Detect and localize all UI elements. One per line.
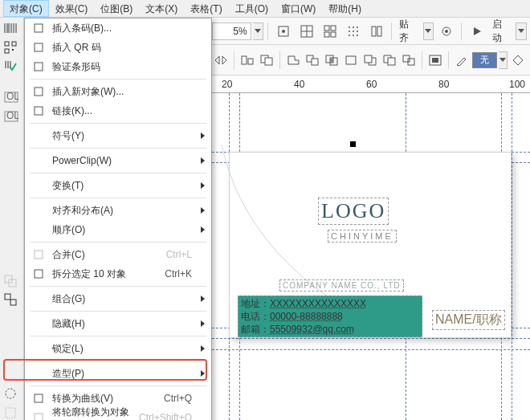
menu-item[interactable]: 插入 QR 码 (25, 38, 211, 57)
menu-item[interactable]: 符号(Y) (25, 126, 211, 145)
snap-icon[interactable] (272, 20, 294, 43)
submenu-arrow-icon (201, 207, 205, 214)
menu-item[interactable]: 对齐和分布(A) (25, 201, 211, 220)
grid2-icon[interactable] (319, 20, 340, 43)
front-minus-icon[interactable] (361, 49, 379, 71)
svg-rect-64 (35, 88, 43, 96)
intersect-icon[interactable] (323, 49, 340, 71)
menu-item[interactable]: PowerClip(W) (25, 151, 211, 170)
menu-item: 合并(C)Ctrl+L (25, 245, 211, 264)
break-icon (30, 267, 47, 281)
svg-point-24 (282, 30, 285, 33)
menu-tools[interactable]: 工具(O) (229, 0, 275, 17)
outline-dropdown[interactable] (499, 51, 508, 69)
check-icon[interactable] (4, 60, 20, 74)
svg-rect-22 (6, 408, 15, 418)
guide-v[interactable] (512, 93, 512, 420)
menu-bitmap[interactable]: 位图(B) (94, 0, 139, 17)
menu-window[interactable]: 窗口(W) (275, 0, 322, 17)
blank-icon (30, 178, 47, 193)
qr-icon[interactable] (4, 41, 20, 55)
trim-icon[interactable] (304, 49, 321, 71)
qr-icon (30, 40, 47, 55)
gear-icon[interactable] (435, 20, 457, 43)
svg-point-37 (357, 31, 358, 32)
svg-rect-53 (330, 58, 333, 63)
menu-item[interactable]: 拆分选定 10 对象Ctrl+K (25, 264, 211, 283)
fill-icon[interactable] (509, 49, 527, 71)
grid3-icon[interactable] (342, 20, 364, 43)
menu-help[interactable]: 帮助(H) (322, 0, 368, 17)
svg-rect-56 (388, 58, 395, 65)
order-icon[interactable] (258, 49, 275, 71)
menu-item: 将轮廓转换为对象(E)Ctrl+Shift+Q (25, 408, 211, 420)
start-dropdown[interactable] (516, 22, 527, 40)
svg-rect-31 (331, 32, 336, 37)
submenu-arrow-icon (201, 345, 205, 352)
barcode-check-icon (30, 59, 47, 74)
shortcut: Ctrl+Q (164, 393, 192, 404)
grid1-icon[interactable] (296, 20, 317, 43)
clip-icon[interactable] (426, 49, 444, 71)
ole2-icon[interactable]: OLE (4, 111, 20, 124)
menu-item[interactable]: 插入新对象(W)... (25, 82, 211, 101)
svg-point-34 (357, 27, 358, 28)
guide-h[interactable] (212, 338, 530, 339)
zoom-input[interactable]: 5% (212, 22, 251, 40)
simplify-icon[interactable] (342, 49, 360, 71)
combine-icon[interactable] (4, 275, 20, 288)
name-title[interactable]: NAME/职称 (432, 310, 505, 330)
menu-item[interactable]: 变换(T) (25, 176, 211, 195)
outline-color[interactable]: 无 (472, 52, 497, 68)
logo-text[interactable]: LOGO (318, 198, 389, 225)
align-dropdown[interactable] (423, 22, 434, 40)
menu-effect[interactable]: 效果(C) (49, 0, 95, 17)
svg-rect-63 (35, 63, 43, 71)
align-obj-icon[interactable] (238, 49, 256, 71)
menu-item[interactable]: 隐藏(H) (25, 314, 211, 333)
break-icon[interactable] (4, 293, 20, 307)
zoom-dropdown[interactable] (253, 22, 264, 40)
svg-rect-41 (372, 27, 376, 36)
menubar: 对象(C) 效果(C) 位图(B) 文本(X) 表格(T) 工具(O) 窗口(W… (0, 0, 530, 18)
grid4-icon[interactable] (365, 20, 387, 43)
company-name[interactable]: COMPANY NAME CO., LTD (279, 279, 404, 292)
ole-icon[interactable]: OLE (4, 92, 20, 105)
weld-icon[interactable] (284, 49, 302, 71)
menu-item[interactable]: 插入条码(B)... (25, 18, 211, 38)
svg-rect-67 (35, 270, 43, 278)
svg-rect-42 (377, 27, 381, 36)
menu-item[interactable]: 锁定(L) (25, 339, 211, 358)
blank-icon (30, 203, 47, 218)
business-card[interactable]: LOGO CHINYIME COMPANY NAME CO., LTD 地址：X… (229, 152, 512, 338)
menu-item[interactable]: 组合(G) (25, 289, 211, 308)
menu-item[interactable]: 验证条形码 (25, 57, 211, 76)
menu-item[interactable]: 顺序(O) (25, 220, 211, 239)
boundary-icon[interactable] (400, 49, 418, 71)
guide-h[interactable] (212, 349, 530, 350)
menu-object[interactable]: 对象(C) (3, 0, 49, 17)
play-icon[interactable] (466, 20, 487, 43)
blank-icon (30, 153, 47, 168)
menu-text[interactable]: 文本(X) (139, 0, 184, 17)
blank-icon (30, 292, 47, 306)
shortcut: Ctrl+Shift+Q (139, 412, 192, 420)
curve-icon[interactable] (4, 387, 20, 401)
object-menu: 插入条码(B)...插入 QR 码验证条形码插入新对象(W)...链接(K)..… (24, 18, 212, 420)
svg-rect-45 (242, 56, 247, 64)
barcode-icon[interactable] (4, 22, 20, 36)
menu-item[interactable]: 链接(K)... (25, 101, 211, 120)
submenu-arrow-icon (201, 133, 205, 139)
contact-box[interactable]: 地址：XXXXXXXXXXXXXXX 电话：00000-88888888 邮箱：… (238, 296, 422, 337)
blank-icon (30, 316, 47, 331)
menu-table[interactable]: 表格(T) (184, 0, 228, 17)
flip-h-icon[interactable] (212, 49, 230, 71)
pen-icon[interactable] (453, 49, 471, 71)
svg-rect-54 (346, 56, 356, 64)
outline-icon[interactable] (4, 406, 20, 420)
svg-point-44 (445, 30, 448, 33)
back-minus-icon[interactable] (381, 49, 398, 71)
menu-item[interactable]: 造型(P) (25, 364, 211, 383)
menu-item-label: 变换(T) (52, 179, 192, 193)
chinese-name[interactable]: CHINYIME (328, 230, 397, 243)
